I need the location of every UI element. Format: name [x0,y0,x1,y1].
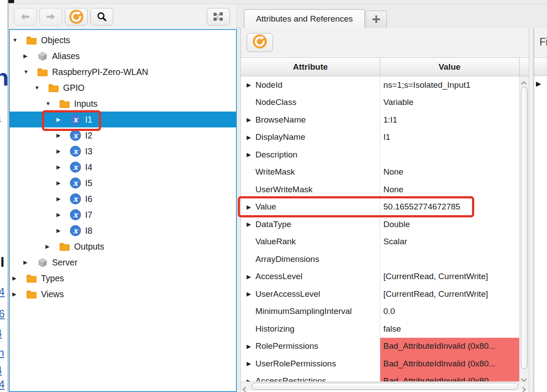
expand-icon[interactable]: ▶ [247,221,255,228]
attribute-value-cell[interactable]: Variable [380,94,519,112]
collapse-icon[interactable]: ▼ [23,69,30,75]
attribute-name-cell[interactable]: ▶AccessLevel [241,268,380,286]
expand-icon[interactable]: ▶ [247,360,255,367]
tree-item-i7[interactable]: ▶xI7 [10,207,236,223]
expand-icon[interactable]: ▶ [56,132,64,138]
attribute-name-cell[interactable]: ▶DisplayName [241,129,380,146]
tree-item-i1[interactable]: ▶xI1 [10,112,236,127]
tree-item-i3[interactable]: ▶xI3 [10,143,236,159]
tree-item-gpio[interactable]: ▼GPIO [10,80,236,96]
collapse-icon[interactable]: ▼ [12,37,19,43]
address-space-tree[interactable]: ▼Objects▶Aliases▼RaspberryPI-Zero-WLAN▼G… [9,29,237,392]
tab-attributes-and-references[interactable]: Attributes and References [244,9,365,28]
expand-icon[interactable]: ▶ [247,82,255,88]
attribute-name-cell[interactable]: WriteMask [241,164,380,181]
panel-splitter[interactable] [528,28,534,392]
tree-item-aliases[interactable]: ▶Aliases [10,48,236,64]
graph-button[interactable] [207,8,230,26]
attribute-name-cell[interactable]: ▶AccessRestrictions [241,373,380,382]
scroll-right-icon[interactable] [520,387,526,392]
collapse-icon[interactable]: ▼ [34,85,41,91]
expand-icon[interactable]: ▶ [247,378,255,381]
back-button[interactable] [14,8,37,26]
attribute-name-cell[interactable]: ▶BrowseName [241,111,380,129]
attribute-name-cell[interactable]: ▶Value [241,198,380,216]
expand-icon[interactable]: ▶ [56,148,64,154]
column-header-value[interactable]: Value [380,58,519,76]
expander-icon[interactable]: ▶ [536,80,541,88]
search-button[interactable] [90,8,113,26]
horizontal-scrollbar-thumb[interactable] [251,383,518,390]
scroll-up-icon[interactable] [521,81,527,87]
attribute-value-cell[interactable]: [CurrentRead, CurrentWrite] [380,268,519,286]
add-tab-button[interactable]: + [366,11,387,28]
tree-item-server[interactable]: ▶Server [10,254,236,270]
tree-item-types[interactable]: ▶Types [10,270,236,286]
tree-item-i6[interactable]: ▶xI6 [10,191,236,207]
attribute-value-cell[interactable]: Bad_AttributeIdInvalid (0x80... [380,338,519,355]
expand-icon[interactable]: ▶ [56,164,64,170]
attribute-name-cell[interactable]: ▶UserRolePermissions [241,355,380,373]
attribute-name-cell[interactable]: ▶RolePermissions [241,338,380,355]
attribute-name-cell[interactable]: ArrayDimensions [241,250,380,268]
tree-item-views[interactable]: ▶Views [10,286,236,302]
attribute-name-cell[interactable]: MinimumSamplingInterval [241,303,380,321]
expand-icon[interactable]: ▶ [56,228,64,234]
expand-icon[interactable]: ▶ [247,204,255,210]
attribute-name-cell[interactable]: ▶Description [241,146,380,164]
attribute-value-cell[interactable] [380,250,519,268]
attribute-value-cell[interactable]: 0.0 [380,303,519,321]
expand-icon[interactable]: ▶ [56,212,64,218]
expand-icon[interactable]: ▶ [247,291,255,297]
expand-icon[interactable]: ▶ [247,343,255,350]
tree-item-objects[interactable]: ▼Objects [10,32,236,48]
column-header-attribute[interactable]: Attribute [241,58,380,76]
attribute-value-cell[interactable]: 50.16552774672785 [380,198,519,216]
tree-item-outputs[interactable]: ▶Outputs [10,239,236,254]
vertical-scrollbar-thumb[interactable] [521,87,528,369]
attribute-value-cell[interactable]: Scalar [380,233,519,251]
attribute-name-cell[interactable]: ▶DataType [241,216,380,233]
attribute-name-cell[interactable]: ValueRank [241,233,380,251]
vertical-scrollbar[interactable] [519,76,529,381]
attribute-value-cell[interactable]: [CurrentRead, CurrentWrite] [380,285,519,303]
expand-icon[interactable]: ▶ [56,116,64,123]
expand-icon[interactable]: ▶ [23,259,30,265]
collapse-icon[interactable]: ▼ [45,101,52,107]
attribute-name-cell[interactable]: ▶NodeId [241,76,380,94]
attribute-name-cell[interactable]: ▶UserAccessLevel [241,285,380,303]
refresh-button[interactable] [65,8,88,26]
attribute-value-cell[interactable]: I1 [380,129,519,146]
attribute-value-cell[interactable] [380,146,519,164]
attribute-value-cell[interactable]: Bad_AttributeIdInvalid (0x80... [380,355,519,373]
expand-icon[interactable]: ▶ [12,275,19,281]
expand-icon[interactable]: ▶ [45,243,52,250]
tree-item-raspberrypi-zero-wlan[interactable]: ▼RaspberryPI-Zero-WLAN [10,64,236,80]
tree-item-i8[interactable]: ▶xI8 [10,223,236,239]
attributes-refresh-button[interactable] [247,33,273,52]
attribute-value-cell[interactable]: Double [380,216,519,233]
expand-icon[interactable]: ▶ [56,180,64,186]
forward-button[interactable] [39,8,62,26]
tree-item-i2[interactable]: ▶xI2 [10,127,236,143]
attribute-value-cell[interactable]: None [380,181,519,198]
tree-item-i4[interactable]: ▶xI4 [10,159,236,175]
expand-icon[interactable]: ▶ [23,53,30,59]
tree-item-i5[interactable]: ▶xI5 [10,175,236,191]
expand-icon[interactable]: ▶ [247,151,255,158]
attribute-name-cell[interactable]: NodeClass [241,94,380,112]
scroll-left-icon[interactable] [243,387,248,392]
attribute-value-cell[interactable]: Bad_AttributeIdInvalid (0x80... [380,373,519,382]
attribute-value-cell[interactable]: None [380,164,519,181]
attribute-name-cell[interactable]: UserWriteMask [241,181,380,198]
horizontal-scrollbar[interactable] [241,381,529,391]
attribute-value-cell[interactable]: 1:I1 [380,111,519,129]
expand-icon[interactable]: ▶ [247,273,255,280]
expand-icon[interactable]: ▶ [247,116,255,123]
expand-icon[interactable]: ▶ [12,291,19,297]
attribute-value-cell[interactable]: false [380,320,519,338]
expand-icon[interactable]: ▶ [247,134,255,141]
tree-item-inputs[interactable]: ▼Inputs [10,96,236,112]
attribute-value-cell[interactable]: ns=1;s=Isolated_Input1 [380,76,519,94]
scroll-down-icon[interactable] [521,376,527,382]
